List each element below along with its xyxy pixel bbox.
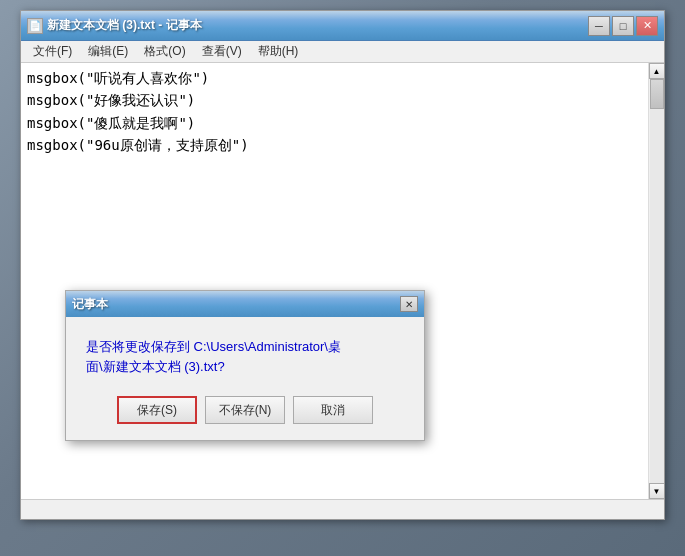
minimize-button[interactable]: ─ [588, 16, 610, 36]
cancel-button[interactable]: 取消 [293, 396, 373, 424]
save-button[interactable]: 保存(S) [117, 396, 197, 424]
dialog-title: 记事本 [72, 296, 108, 313]
scroll-up-arrow[interactable]: ▲ [649, 63, 665, 79]
save-dialog: 记事本 ✕ 是否将更改保存到 C:\Users\Administrator\桌面… [65, 290, 425, 441]
dialog-buttons: 保存(S) 不保存(N) 取消 [86, 396, 404, 424]
menu-edit[interactable]: 编辑(E) [80, 41, 136, 62]
menu-help[interactable]: 帮助(H) [250, 41, 307, 62]
scroll-thumb[interactable] [650, 79, 664, 109]
scrollbar[interactable]: ▲ ▼ [648, 63, 664, 499]
menu-bar: 文件(F) 编辑(E) 格式(O) 查看(V) 帮助(H) [21, 41, 664, 63]
scroll-down-arrow[interactable]: ▼ [649, 483, 665, 499]
window-title: 新建文本文档 (3).txt - 记事本 [47, 17, 202, 34]
menu-file[interactable]: 文件(F) [25, 41, 80, 62]
title-bar-left: 📄 新建文本文档 (3).txt - 记事本 [27, 17, 202, 34]
title-controls: ─ □ ✕ [588, 16, 658, 36]
scroll-track[interactable] [650, 79, 664, 483]
menu-view[interactable]: 查看(V) [194, 41, 250, 62]
notepad-window: 📄 新建文本文档 (3).txt - 记事本 ─ □ ✕ 文件(F) 编辑(E)… [20, 10, 665, 520]
dialog-message: 是否将更改保存到 C:\Users\Administrator\桌面\新建文本文… [86, 337, 404, 376]
menu-format[interactable]: 格式(O) [136, 41, 193, 62]
title-bar: 📄 新建文本文档 (3).txt - 记事本 ─ □ ✕ [21, 11, 664, 41]
status-bar [21, 499, 664, 519]
no-save-button[interactable]: 不保存(N) [205, 396, 285, 424]
window-icon: 📄 [27, 18, 43, 34]
dialog-title-bar: 记事本 ✕ [66, 291, 424, 317]
maximize-button[interactable]: □ [612, 16, 634, 36]
close-button[interactable]: ✕ [636, 16, 658, 36]
editor-content: msgbox("听说有人喜欢你") msgbox("好像我还认识") msgbo… [27, 67, 642, 157]
dialog-close-button[interactable]: ✕ [400, 296, 418, 312]
dialog-content: 是否将更改保存到 C:\Users\Administrator\桌面\新建文本文… [66, 317, 424, 440]
